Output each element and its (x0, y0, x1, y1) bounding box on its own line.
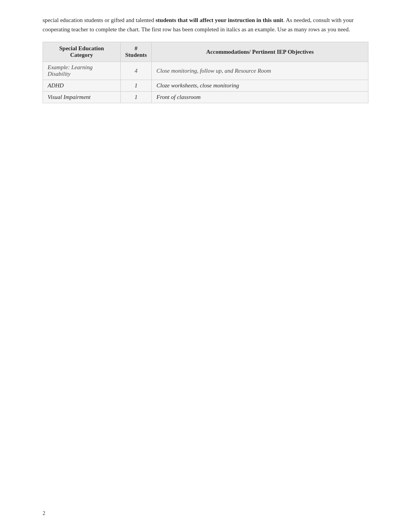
row-category: ADHD (43, 80, 120, 92)
page-content: special education students or gifted and… (0, 0, 411, 126)
row-students: 1 (120, 80, 152, 92)
table-row: Example: Learning Disability 4 Close mon… (43, 62, 368, 80)
table-row: ADHD 1 Cloze worksheets, close monitorin… (43, 80, 368, 92)
row-accommodations: Cloze worksheets, close monitoring (152, 80, 368, 92)
row-accommodations: Close monitoring, follow up, and Resourc… (152, 62, 368, 80)
row-students: 1 (120, 92, 152, 103)
header-category: Special Education Category (43, 42, 120, 62)
table-body: Example: Learning Disability 4 Close mon… (43, 62, 368, 103)
page-number: 2 (43, 510, 45, 517)
intro-text-before-bold: special education students or gifted and… (43, 17, 156, 23)
row-accommodations: Front of classroom (152, 92, 368, 103)
iep-table-container: Special Education Category # Students Ac… (43, 42, 368, 103)
header-accommodations: Accommodations/ Pertinent IEP Objectives (152, 42, 368, 62)
row-category: Visual Impairment (43, 92, 120, 103)
table-header-row: Special Education Category # Students Ac… (43, 42, 368, 62)
iep-table: Special Education Category # Students Ac… (43, 42, 368, 103)
intro-paragraph: special education students or gifted and… (43, 15, 368, 34)
row-category: Example: Learning Disability (43, 62, 120, 80)
table-row: Visual Impairment 1 Front of classroom (43, 92, 368, 103)
header-students: # Students (120, 42, 152, 62)
row-students: 4 (120, 62, 152, 80)
intro-bold-text: students that will affect your instructi… (156, 17, 283, 23)
